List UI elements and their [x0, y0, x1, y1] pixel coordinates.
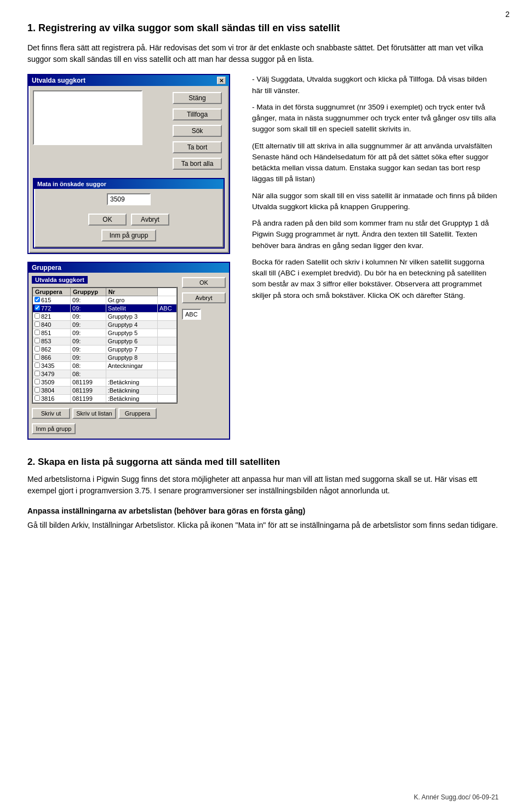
grupp-ok-button[interactable]: OK	[182, 277, 226, 288]
page-number: 2	[505, 10, 510, 19]
section1-para1: Det finns flera sätt att registrera på. …	[27, 42, 499, 65]
instruction-alt: (Ett alternativ till att skriva in alla …	[252, 141, 499, 185]
gruppera-title: Gruppera	[32, 264, 61, 272]
cell-number: 840	[32, 321, 71, 329]
table-row: 347908:	[32, 370, 177, 378]
cell-date: 09:	[71, 313, 106, 321]
cell-date: 081199	[71, 378, 106, 387]
cell-number: 3479	[32, 370, 71, 378]
gruppera-bottom-buttons: Skriv ut Skriv ut listan Gruppera Inm på…	[32, 407, 178, 435]
mata-subdialog: Mata in önskade suggor 3509 OK Avbryt In…	[33, 178, 225, 249]
instruction-grupptype: På andra raden på den bild som kommer fr…	[252, 218, 499, 251]
ta-bort-alla-button[interactable]: Ta bort alla	[173, 158, 222, 170]
gruppera-button[interactable]: Gruppera	[118, 408, 157, 419]
table-row: 86209:Grupptyp 7	[32, 345, 177, 354]
cell-grupp: Grupptyp 6	[106, 337, 157, 345]
cell-grupp: Grupptyp 4	[106, 321, 157, 329]
skriv-ut-listan-button[interactable]: Skriv ut listan	[72, 408, 116, 419]
section1-title: 1. Registrering av vilka suggor som skal…	[27, 22, 499, 34]
mata-title: Mata in önskade suggor	[37, 181, 106, 187]
cell-nr	[157, 387, 177, 395]
cell-date: 09:	[71, 337, 106, 345]
cell-nr	[157, 378, 177, 387]
mata-input[interactable]: 3509	[107, 193, 151, 205]
cell-date: 09:	[71, 354, 106, 362]
col-header-gruppyp: Gruppyp	[71, 287, 106, 296]
table-row: 3816081199:Betäckning	[32, 395, 177, 404]
utvalda-dialog-title: Utvalda suggkort	[32, 77, 85, 84]
table-row: 82109:Grupptyp 3	[32, 313, 177, 321]
grupp-avbryt-button[interactable]: Avbryt	[182, 292, 226, 303]
cell-grupp: Grupptyp 3	[106, 313, 157, 321]
cell-number: 615	[32, 296, 71, 304]
mata-ok-button[interactable]: OK	[88, 214, 127, 226]
col-header-nr: Nr	[106, 287, 157, 296]
cell-nr	[157, 395, 177, 404]
table-row: 84009:Grupptyp 4	[32, 321, 177, 329]
cell-number: 3816	[32, 395, 71, 404]
cell-nr	[157, 313, 177, 321]
cell-number: 3435	[32, 362, 71, 370]
cell-nr	[157, 362, 177, 370]
cell-date: 09:	[71, 304, 106, 313]
sok-button[interactable]: Sök	[173, 125, 222, 137]
cell-grupp	[106, 370, 157, 378]
utvalda-listbox[interactable]	[33, 90, 142, 145]
cell-date: 09:	[71, 329, 106, 337]
cell-grupp: Anteckningar	[106, 362, 157, 370]
mata-avbryt-button[interactable]: Avbryt	[131, 214, 169, 226]
cell-grupp: :Betäckning	[106, 378, 157, 387]
mata-inner-dialog: Mata in önskade suggor 3509 OK Avbryt In…	[33, 178, 225, 249]
cell-nr	[157, 296, 177, 304]
cell-date: 09:	[71, 321, 106, 329]
cell-number: 3804	[32, 387, 71, 395]
table-row: 77209:SatellitABC	[32, 304, 177, 313]
section2-para1: Med arbetslistorna i Pigwin Sugg finns d…	[27, 474, 499, 497]
cell-date: 08:	[71, 362, 106, 370]
cell-nr	[157, 337, 177, 345]
right-column: - Välj Suggdata, Utvalda suggkort och kl…	[252, 74, 499, 440]
section2-subsection-title: Anpassa inställningarna av arbetslistan …	[27, 506, 499, 515]
utvalda-close-button[interactable]: ✕	[217, 77, 226, 84]
cell-grupp: Grupptyp 8	[106, 354, 157, 362]
inm-pa-grupp-button[interactable]: Inm på grupp	[32, 423, 76, 434]
table-row: 3804081199:Betäckning	[32, 387, 177, 395]
cell-nr: ABC	[157, 304, 177, 313]
stang-button[interactable]: Stäng	[173, 92, 222, 104]
main-layout: Utvalda suggkort ✕ Stäng Tillfoga Sök Ta…	[27, 74, 499, 440]
cell-grupp: Grupptyp 7	[106, 345, 157, 354]
cell-date: 08:	[71, 370, 106, 378]
cell-number: 862	[32, 345, 71, 354]
mata-inm-pa-grupp-button[interactable]: Inm på grupp	[101, 229, 156, 241]
cell-grupp: Grupptyp 5	[106, 329, 157, 337]
utvalda-dialog: Utvalda suggkort ✕ Stäng Tillfoga Sök Ta…	[27, 74, 230, 254]
cell-date: 081199	[71, 387, 106, 395]
cell-grupp: :Betäckning	[106, 387, 157, 395]
gruppera-titlebar: Gruppera	[28, 263, 229, 273]
cell-number: 851	[32, 329, 71, 337]
gruppera-body: Utvalda suggkort Gruppera Gruppyp Nr	[28, 273, 229, 439]
cell-nr	[157, 329, 177, 337]
instruction-satellit: Bocka för raden Satellit och skriv i kol…	[252, 257, 499, 301]
tillfoga-button[interactable]: Tillfoga	[173, 108, 222, 120]
utvalda-outer: Utvalda suggkort	[32, 276, 178, 285]
skriv-ut-button[interactable]: Skriv ut	[32, 408, 70, 419]
abc-input[interactable]: ABC	[182, 309, 201, 320]
abc-input-area: ABC	[182, 309, 226, 320]
cell-nr	[157, 370, 177, 378]
table-row: 61509:Gr.gro	[32, 296, 177, 304]
cell-grupp: Satellit	[106, 304, 157, 313]
utvalda-outer-label: Utvalda suggkort	[32, 276, 88, 284]
table-row: 86609:Grupptyp 8	[32, 354, 177, 362]
col-header-gruppera: Gruppera	[32, 287, 71, 296]
cell-number: 3509	[32, 378, 71, 387]
table-row: 3509081199:Betäckning	[32, 378, 177, 387]
cell-grupp: Gr.gro	[106, 296, 157, 304]
mata-body: 3509 OK Avbryt Inm på grupp	[34, 189, 224, 247]
cell-grupp: :Betäckning	[106, 395, 157, 404]
gruppera-left: Utvalda suggkort Gruppera Gruppyp Nr	[32, 276, 178, 435]
footer: K. Annér Sugg.doc/ 06-09-21	[414, 793, 499, 801]
instruction-bullet2: - Mata in det första suggnumret (nr 3509…	[252, 102, 499, 135]
ta-bort-button[interactable]: Ta bort	[173, 141, 222, 153]
utvalda-dialog-body: Stäng Tillfoga Sök Ta bort Ta bort alla	[28, 86, 229, 176]
